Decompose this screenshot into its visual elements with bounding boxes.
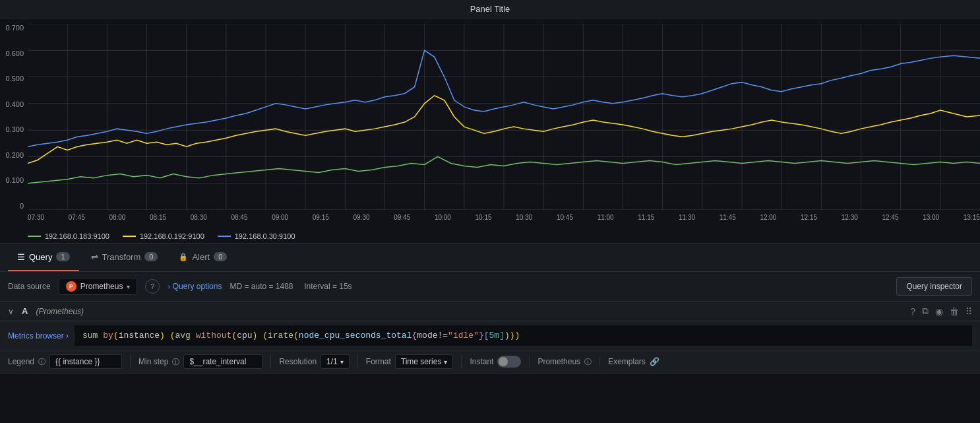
legend-info-icon[interactable]: ⓘ xyxy=(38,357,46,367)
datasource-selector[interactable]: P Prometheus ▾ xyxy=(59,278,138,295)
toggle-knob xyxy=(499,357,508,366)
chevron-right-icon: › xyxy=(168,283,169,290)
format-select[interactable]: Time series ▾ xyxy=(395,354,454,369)
info-icon: ? xyxy=(150,282,154,290)
tab-query-icon: ☰ xyxy=(17,252,25,262)
tab-query[interactable]: ☰ Query 1 xyxy=(8,244,79,271)
tab-alert[interactable]: 🔒 Alert 0 xyxy=(169,244,236,271)
query-help-icon[interactable]: ? xyxy=(910,306,915,317)
format-value: Time series xyxy=(401,357,442,366)
query-header-actions: ? ⧉ ◉ 🗑 ⠿ xyxy=(910,306,972,317)
panel-title-bar: Panel Title xyxy=(0,0,980,18)
legend-footer-label: Legend xyxy=(8,357,34,366)
instant-toggle[interactable] xyxy=(497,356,521,368)
instant-group: Instant xyxy=(470,356,530,368)
exemplars-link[interactable]: 🔗 xyxy=(650,357,659,366)
datasource-info-button[interactable]: ? xyxy=(145,279,160,294)
query-collapse-button[interactable]: ∨ xyxy=(8,307,14,316)
query-body-a: Metrics browser › sum by(instance) (avg … xyxy=(0,321,980,350)
legend-item-1[interactable]: 192.168.0.192:9100 xyxy=(123,232,204,240)
legend-item-0[interactable]: 192.168.0.183:9100 xyxy=(28,232,109,240)
query-editor[interactable]: sum by(instance) (avg without(cpu) (irat… xyxy=(75,325,972,346)
query-options-button[interactable]: › Query options xyxy=(168,282,222,291)
tab-alert-badge: 0 xyxy=(214,252,227,261)
prometheus-footer-group: Prometheus ⓘ xyxy=(537,357,600,367)
tab-query-badge: 1 xyxy=(56,252,69,261)
query-letter-a: A xyxy=(22,306,28,316)
resolution-chevron-icon: ▾ xyxy=(340,358,344,366)
query-options-meta: MD = auto = 1488 Interval = 15s xyxy=(230,282,352,291)
chart-container: 0.700 0.600 0.500 0.400 0.300 0.200 0.10… xyxy=(0,18,980,230)
tab-transform-icon: ⇌ xyxy=(91,252,98,262)
legend-color-2 xyxy=(218,236,231,237)
query-inspector-button[interactable]: Query inspector xyxy=(896,277,972,296)
legend-input[interactable] xyxy=(49,354,122,369)
metrics-browser-button[interactable]: Metrics browser › xyxy=(8,331,75,341)
query-copy-icon[interactable]: ⧉ xyxy=(922,306,929,317)
tabs-bar: ☰ Query 1 ⇌ Transform 0 🔒 Alert 0 xyxy=(0,243,980,272)
datasource-chevron-icon: ▾ xyxy=(127,283,130,290)
panel-title: Panel Title xyxy=(470,4,510,14)
datasource-name: Prometheus xyxy=(80,282,123,291)
tab-alert-label: Alert xyxy=(192,252,210,262)
exemplars-label: Exemplars xyxy=(608,357,646,366)
query-options-footer: Legend ⓘ Min step ⓘ Resolution 1/1 ▾ For… xyxy=(0,350,980,373)
chart-y-axis: 0.700 0.600 0.500 0.400 0.300 0.200 0.10… xyxy=(0,24,28,210)
minstep-info-icon[interactable]: ⓘ xyxy=(172,357,179,367)
datasource-label: Data source xyxy=(8,282,51,291)
minstep-group: Min step ⓘ xyxy=(138,354,271,369)
legend-label-2: 192.168.0.30:9100 xyxy=(235,232,295,240)
minstep-label: Min step xyxy=(138,357,168,366)
prometheus-footer-info-icon[interactable]: ⓘ xyxy=(584,357,592,367)
resolution-label: Resolution xyxy=(279,357,317,366)
query-drag-icon: ⠿ xyxy=(965,306,972,317)
chart-legend: 192.168.0.183:9100 192.168.0.192:9100 19… xyxy=(0,230,980,243)
legend-item-2[interactable]: 192.168.0.30:9100 xyxy=(218,232,295,240)
legend-color-1 xyxy=(123,236,136,237)
legend-label-0: 192.168.0.183:9100 xyxy=(45,232,109,240)
resolution-group: Resolution 1/1 ▾ xyxy=(279,354,357,369)
format-label: Format xyxy=(366,357,391,366)
prometheus-footer-label: Prometheus xyxy=(537,357,580,366)
resolution-value: 1/1 xyxy=(326,357,338,366)
legend-group: Legend ⓘ xyxy=(8,354,131,369)
tab-transform-badge: 0 xyxy=(144,252,158,261)
tab-alert-icon: 🔒 xyxy=(179,253,188,261)
query-section-a: ∨ A (Prometheus) ? ⧉ ◉ 🗑 ⠿ Metrics brows… xyxy=(0,302,980,374)
query-eye-icon[interactable]: ◉ xyxy=(935,306,943,317)
tab-transform-label: Transform xyxy=(102,252,141,262)
datasource-row: Data source P Prometheus ▾ ? › Query opt… xyxy=(0,272,980,302)
exemplars-group: Exemplars 🔗 xyxy=(608,357,667,366)
chart-svg xyxy=(28,24,980,210)
query-header-a: ∨ A (Prometheus) ? ⧉ ◉ 🗑 ⠿ xyxy=(0,302,980,321)
query-delete-icon[interactable]: 🗑 xyxy=(950,306,959,317)
tab-transform[interactable]: ⇌ Transform 0 xyxy=(82,244,168,271)
chart-svg-wrapper xyxy=(28,24,980,210)
query-datasource-tag: (Prometheus) xyxy=(36,307,84,316)
tab-query-label: Query xyxy=(29,252,52,262)
legend-label-1: 192.168.0.192:9100 xyxy=(140,232,204,240)
instant-label: Instant xyxy=(470,357,493,366)
minstep-input[interactable] xyxy=(183,354,262,369)
chart-x-axis: 07:30 07:45 08:00 08:15 08:30 08:45 09:0… xyxy=(28,211,980,230)
format-chevron-icon: ▾ xyxy=(444,358,447,366)
prometheus-icon: P xyxy=(66,281,77,292)
resolution-select[interactable]: 1/1 ▾ xyxy=(321,354,350,369)
query-options-label: Query options xyxy=(173,282,222,291)
legend-color-0 xyxy=(28,236,41,237)
format-group: Format Time series ▾ xyxy=(366,354,462,369)
